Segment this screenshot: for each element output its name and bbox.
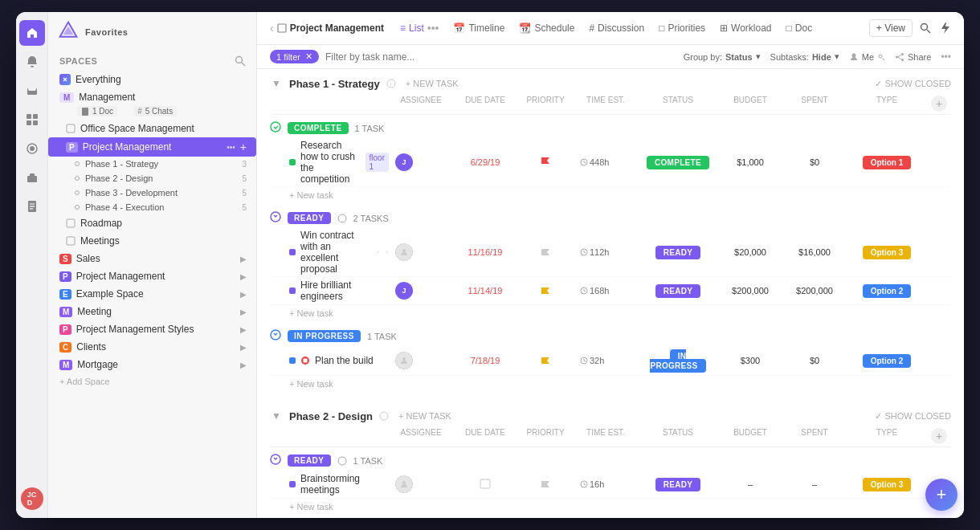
clients-icon: C <box>59 342 71 353</box>
tab-doc[interactable]: □ Doc <box>780 19 819 37</box>
stop-icon <box>300 356 310 365</box>
task-name[interactable]: Win contract with an excellent proposal <box>300 230 371 275</box>
management-icon: M <box>59 92 74 103</box>
sidebar-item-phase1[interactable]: Phase 1 - Strategy 3 <box>48 157 256 171</box>
lightning-icon[interactable] <box>938 22 951 35</box>
task-name[interactable]: Hire brilliant engineers <box>300 279 389 302</box>
type-badge[interactable]: Option 3 <box>863 478 912 491</box>
phase1-header: ▼ Phase 1 - Strategy i + NEW TASK ✓ SHOW… <box>270 69 951 93</box>
assignee-avatar[interactable]: J <box>395 153 413 171</box>
phase1-collapse-btn[interactable]: ▼ <box>270 77 283 90</box>
collapse-sidebar-btn[interactable]: ‹ <box>270 22 274 35</box>
tab-schedule[interactable]: 📆 Schedule <box>512 19 581 37</box>
inprogress-collapse-btn[interactable] <box>270 329 281 343</box>
filter-badge[interactable]: 1 filter ✕ <box>270 50 319 63</box>
docs-icon[interactable] <box>19 194 45 219</box>
phase2-new-task-btn[interactable]: + NEW TASK <box>398 411 451 421</box>
home-icon[interactable] <box>19 20 45 46</box>
svg-line-35 <box>898 55 901 57</box>
add-space-btn[interactable]: + Add Space <box>48 373 256 389</box>
assignee-avatar[interactable]: J <box>395 282 413 300</box>
subtasks-selector[interactable]: Subtasks: Hide ▾ <box>770 51 839 62</box>
sidebar-item-everything[interactable]: Everything <box>48 71 256 88</box>
pm-icon: P <box>66 142 78 153</box>
new-task-after-ready[interactable]: + New task <box>270 305 951 321</box>
new-task-phase2-ready[interactable]: + New task <box>270 499 951 515</box>
toolbar-more-btn[interactable]: ••• <box>941 51 951 63</box>
assignee-empty[interactable] <box>395 475 413 493</box>
tab-workload[interactable]: ⊞ Workload <box>713 19 778 37</box>
sidebar-item-phase4[interactable]: Phase 4 - Execution 5 <box>48 200 256 214</box>
tab-list[interactable]: ≡ List ••• <box>394 18 445 38</box>
sidebar-item-sales[interactable]: S Sales ▶ <box>48 250 256 267</box>
phase2-show-closed-btn[interactable]: ✓ SHOW CLOSED <box>875 411 951 422</box>
pm-more-icon[interactable]: ••• <box>227 143 235 152</box>
new-task-after-inprogress[interactable]: + New task <box>270 376 951 392</box>
phase2-ready-collapse[interactable] <box>270 454 281 467</box>
goals-icon[interactable] <box>19 136 45 161</box>
discussion-icon: # <box>589 22 594 34</box>
inprogress-badge: IN PROGRESS <box>288 330 361 342</box>
pm-add-icon[interactable]: + <box>240 141 247 153</box>
group-by-selector[interactable]: Group by: Status ▾ <box>684 51 761 62</box>
due-date: 11/14/19 <box>453 283 517 299</box>
assignee-empty[interactable] <box>395 352 413 369</box>
task-name[interactable]: Plan the build <box>315 355 374 366</box>
status-badge: READY <box>655 478 701 491</box>
sidebar-item-phase3[interactable]: Phase 3 - Development 5 <box>48 186 256 200</box>
sidebar-item-mortgage[interactable]: M Mortgage ▶ <box>48 356 256 373</box>
type-badge[interactable]: Option 2 <box>863 354 912 368</box>
type-badge[interactable]: Option 2 <box>863 284 912 298</box>
share-btn[interactable]: Share <box>895 52 931 62</box>
sidebar-item-roadmap[interactable]: Roadmap <box>48 214 256 232</box>
svg-text:i: i <box>390 81 392 87</box>
sidebar-search-icon[interactable] <box>234 55 247 67</box>
pm-styles-icon: P <box>59 324 71 335</box>
filter-input[interactable] <box>325 51 677 63</box>
sidebar-item-management[interactable]: M Management <box>48 88 256 106</box>
search-icon[interactable] <box>919 22 932 35</box>
phase1-new-task-btn[interactable]: + NEW TASK <box>406 79 459 88</box>
sidebar-item-project-management[interactable]: P Project Management ••• + <box>48 137 256 157</box>
me-filter-btn[interactable]: Me <box>849 52 885 62</box>
sidebar-item-phase2[interactable]: Phase 2 - Design 5 <box>48 171 256 186</box>
tab-priorities[interactable]: □ Priorities <box>652 19 712 37</box>
sidebar-item-pm-styles[interactable]: P Project Management Styles ▶ <box>48 320 256 338</box>
type-badge[interactable]: Option 1 <box>863 156 912 169</box>
sidebar-item-pm2[interactable]: P Project Management ▶ <box>48 267 256 285</box>
task-name[interactable]: Brainstorming meetings <box>300 473 389 495</box>
phase1-show-closed-btn[interactable]: ✓ SHOW CLOSED <box>875 79 951 89</box>
new-task-after-complete[interactable]: + New task <box>270 187 951 203</box>
ready-collapse-btn[interactable] <box>270 211 281 225</box>
ready-count: 2 TASKS <box>353 214 389 223</box>
logo[interactable] <box>58 20 79 43</box>
add-col-btn-phase2[interactable]: + <box>931 428 947 444</box>
sidebar-item-meeting[interactable]: M Meeting ▶ <box>48 303 256 320</box>
complete-collapse-btn[interactable] <box>270 121 281 135</box>
sidebar-item-clients[interactable]: C Clients ▶ <box>48 338 256 356</box>
list-dots[interactable]: ••• <box>427 22 439 35</box>
type-badge[interactable]: Option 3 <box>863 246 912 259</box>
add-col-btn[interactable]: + <box>931 96 947 112</box>
sidebar-item-office-space[interactable]: Office Space Management <box>48 120 256 137</box>
sidebar-header: Favorites <box>48 12 256 48</box>
svg-point-27 <box>921 24 928 31</box>
dashboard-icon[interactable] <box>19 107 45 132</box>
svg-line-58 <box>584 361 586 361</box>
inbox-icon[interactable] <box>19 78 45 104</box>
filter-clear-btn[interactable]: ✕ <box>305 51 312 62</box>
tab-timeline[interactable]: 📅 Timeline <box>447 19 511 37</box>
phase2-collapse-btn[interactable]: ▼ <box>270 410 283 422</box>
tab-discussion[interactable]: # Discussion <box>582 19 651 37</box>
add-view-button[interactable]: + View <box>869 19 913 37</box>
sidebar-item-example-space[interactable]: E Example Space ▶ <box>48 285 256 303</box>
sidebar-item-meetings[interactable]: Meetings <box>48 232 256 250</box>
assignee-empty[interactable] <box>395 243 413 261</box>
mortgage-label: Mortgage <box>77 359 235 370</box>
briefcase-icon[interactable] <box>19 165 45 190</box>
edit-icon[interactable] <box>376 247 380 257</box>
user-initials[interactable]: JCD <box>21 487 43 510</box>
task-name[interactable]: Research how to crush the competition <box>300 140 361 185</box>
user-avatar-footer[interactable]: JCD <box>21 487 43 510</box>
notification-icon[interactable] <box>19 49 45 75</box>
